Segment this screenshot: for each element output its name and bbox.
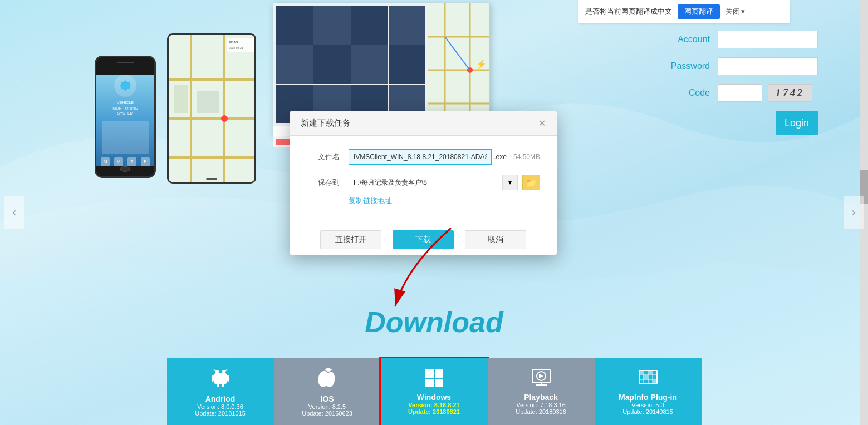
translate-text: 是否将当前网页翻译成中文 xyxy=(585,7,672,17)
svg-rect-46 xyxy=(653,380,656,383)
filename-row: 文件名 .exe 54.50MB xyxy=(306,149,540,165)
open-button[interactable]: 直接打开 xyxy=(320,230,381,249)
saveto-label: 保存到 xyxy=(306,177,340,187)
svg-text:2018-08-21: 2018-08-21 xyxy=(229,46,243,50)
tablet-device: ADAS 2018-08-21 xyxy=(167,33,256,184)
ios-name: IOS xyxy=(320,394,334,403)
translate-bar: 是否将当前网页翻译成中文 网页翻译 关闭 ▾ xyxy=(578,0,790,23)
phone-logo xyxy=(114,75,136,97)
playback-version: Version: 7.18.3.16 xyxy=(516,402,566,408)
android-version: Version: 8.0.0.36 xyxy=(197,403,243,410)
download-title: Download xyxy=(0,305,868,339)
modal-footer: 直接打开 下载 取消 xyxy=(290,230,557,255)
prev-arrow[interactable]: ‹ xyxy=(4,196,24,229)
saveto-input[interactable] xyxy=(349,175,502,190)
mapinfo-version: Version: 5.0 xyxy=(631,402,664,408)
filename-size: 54.50MB xyxy=(513,153,540,161)
windows-name: Windows xyxy=(417,393,451,402)
svg-rect-27 xyxy=(435,369,443,378)
modal-title: 新建下载任务 xyxy=(301,118,351,129)
svg-marker-32 xyxy=(539,374,543,378)
mapinfo-name: MapInfo Plug-in xyxy=(619,393,677,402)
android-update: Update: 20181015 xyxy=(195,410,246,417)
cancel-button[interactable]: 取消 xyxy=(465,230,526,249)
svg-line-25 xyxy=(225,369,227,372)
tile-windows[interactable]: Windows Version: 8.18.8.21 Update: 20180… xyxy=(381,358,488,425)
mapinfo-update: Update: 20140815 xyxy=(622,408,673,415)
main-background: 是否将当前网页翻译成中文 网页翻译 关闭 ▾ ‹ › VEHICLEMONITO… xyxy=(0,0,868,425)
svg-rect-29 xyxy=(435,379,443,387)
svg-text:ADAS: ADAS xyxy=(229,41,238,44)
svg-rect-6 xyxy=(197,91,219,113)
password-input[interactable] xyxy=(718,57,818,75)
tile-playback[interactable]: Playback Version: 7.18.3.16 Update: 2018… xyxy=(488,358,595,425)
login-button[interactable]: Login xyxy=(776,111,818,135)
svg-point-8 xyxy=(221,115,228,122)
modal-close-button[interactable]: ✕ xyxy=(538,118,546,129)
filename-ext: .exe xyxy=(494,153,507,161)
svg-rect-7 xyxy=(174,85,188,113)
svg-rect-23 xyxy=(227,375,229,382)
playback-name: Playback xyxy=(524,393,558,402)
download-button[interactable]: 下载 xyxy=(393,230,454,249)
account-label: Account xyxy=(660,34,710,45)
windows-icon xyxy=(424,368,444,391)
apple-icon xyxy=(318,367,336,392)
code-input[interactable] xyxy=(718,84,762,102)
windows-version: Version: 8.18.8.21 xyxy=(408,402,459,408)
filename-input[interactable] xyxy=(349,149,492,165)
ios-version: Version: 8.2.5 xyxy=(308,403,346,410)
translate-button[interactable]: 网页翻译 xyxy=(678,4,720,19)
svg-rect-26 xyxy=(425,369,434,378)
playback-icon xyxy=(531,368,551,391)
account-input[interactable] xyxy=(718,31,818,48)
filename-label: 文件名 xyxy=(306,152,340,162)
svg-rect-43 xyxy=(640,371,643,374)
mapinfo-icon xyxy=(638,368,658,391)
android-name: Andriod xyxy=(205,394,236,403)
code-row: Code 1742 xyxy=(660,84,818,102)
saveto-row: 保存到 ▾ 📁 xyxy=(306,175,540,190)
login-panel: Account Password Code 1742 Login xyxy=(660,31,818,135)
translate-close-button[interactable]: 关闭 ▾ xyxy=(725,7,745,17)
next-arrow[interactable]: › xyxy=(844,196,864,229)
saveto-dropdown[interactable]: ▾ xyxy=(502,175,518,190)
ios-update: Update: 20160623 xyxy=(302,410,352,417)
account-row: Account xyxy=(660,31,818,48)
tile-ios[interactable]: IOS Version: 8.2.5 Update: 20160623 xyxy=(274,358,381,425)
svg-rect-28 xyxy=(425,379,434,387)
download-title-area: Download xyxy=(0,305,868,344)
playback-update: Update: 20180316 xyxy=(516,408,566,415)
captcha-image: 1742 xyxy=(768,84,812,102)
svg-line-24 xyxy=(214,369,216,372)
modal-header: 新建下载任务 ✕ xyxy=(290,111,557,136)
copy-link[interactable]: 复制链接地址 xyxy=(349,196,540,206)
code-label: Code xyxy=(660,88,710,98)
tile-mapinfo[interactable]: MapInfo Plug-in Version: 5.0 Update: 201… xyxy=(595,358,702,425)
svg-rect-44 xyxy=(644,375,648,379)
tile-android[interactable]: Andriod Version: 8.0.0.36 Update: 201810… xyxy=(167,358,274,425)
windows-update: Update: 20180821 xyxy=(408,408,460,415)
download-tiles: Andriod Version: 8.0.0.36 Update: 201810… xyxy=(167,358,702,425)
folder-button[interactable]: 📁 xyxy=(522,175,540,190)
svg-rect-45 xyxy=(649,371,652,374)
password-row: Password xyxy=(660,57,818,75)
password-label: Password xyxy=(660,61,710,71)
download-modal: 新建下载任务 ✕ 文件名 .exe 54.50MB 保存到 ▾ 📁 复制链接地址 xyxy=(290,111,557,255)
android-icon xyxy=(210,367,231,392)
phone-device: VEHICLEMONITORINGSYSTEM M V T P xyxy=(95,56,156,178)
svg-rect-9 xyxy=(227,38,254,52)
svg-rect-22 xyxy=(212,375,214,382)
modal-body: 文件名 .exe 54.50MB 保存到 ▾ 📁 复制链接地址 xyxy=(290,136,557,230)
phone-app-text: VEHICLEMONITORINGSYSTEM xyxy=(112,100,138,116)
